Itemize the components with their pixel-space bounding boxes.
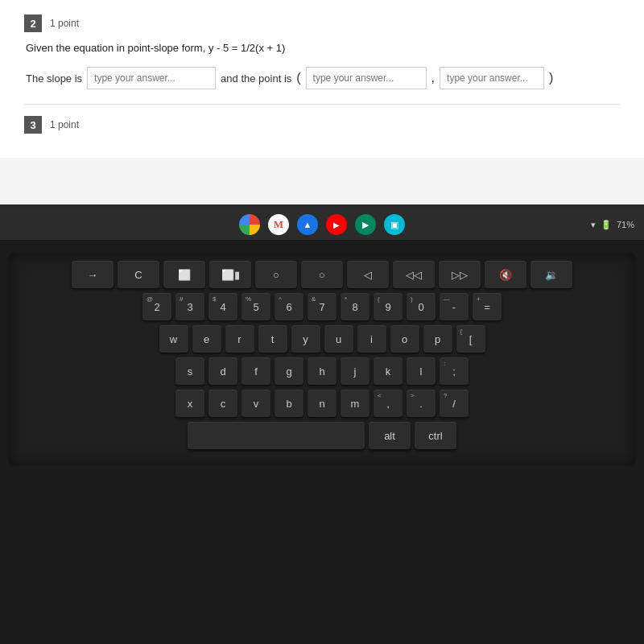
number-row: @2 #3 $4 %5 ^6 &7 *8 (9 )0 —- += <box>18 293 626 320</box>
question-2-header: 2 1 point <box>24 14 620 35</box>
comma: , <box>431 71 435 85</box>
key-e[interactable]: e <box>192 325 221 353</box>
taskbar-status: ▾ 🔋 71% <box>591 220 634 230</box>
key-ctrl[interactable]: ctrl <box>415 422 456 449</box>
key-9[interactable]: (9 <box>374 293 402 320</box>
key-s[interactable]: s <box>175 357 204 385</box>
key-fullscreen[interactable]: ⬜ <box>163 261 205 288</box>
key-comma[interactable]: <, <box>374 390 402 417</box>
gmail-icon[interactable]: M <box>268 214 289 235</box>
asdf-row: s d f g h j k l :; <box>18 357 626 385</box>
chrome-icon[interactable] <box>239 214 260 235</box>
key-y[interactable]: y <box>291 325 320 353</box>
key-3[interactable]: #3 <box>175 293 204 320</box>
and-point-label: and the point is <box>221 72 291 85</box>
answer-row-2: The slope is and the point is ( , ) <box>26 67 620 89</box>
qwerty-row: w e r t y u i o p {[ <box>18 325 626 353</box>
slope-input[interactable] <box>87 67 216 89</box>
key-o[interactable]: o <box>390 325 419 353</box>
question-3-number: 3 <box>24 116 42 134</box>
key-vol-mute[interactable]: ◁ <box>347 261 389 288</box>
slope-label: The slope is <box>26 72 82 85</box>
key-r[interactable]: r <box>225 325 254 353</box>
key-overview[interactable]: ⬜▮ <box>209 261 251 288</box>
key-j[interactable]: j <box>341 357 369 385</box>
key-back[interactable]: → <box>72 261 114 288</box>
quiz-content: 2 1 point Given the equation in point-sl… <box>0 0 644 158</box>
key-7[interactable]: &7 <box>308 293 336 320</box>
question-3-header: 3 1 point <box>24 116 620 137</box>
screen: 2 1 point Given the equation in point-sl… <box>0 0 644 209</box>
key-refresh[interactable]: C <box>118 261 159 288</box>
question-2-text: Given the equation in point-slope form, … <box>26 42 620 54</box>
key-2[interactable]: @2 <box>142 293 171 320</box>
fn-row: → C ⬜ ⬜▮ ○ ○ ◁ ◁◁ ▷▷ 🔇 🔉 <box>18 261 626 288</box>
bottom-row: alt ctrl <box>18 422 626 449</box>
key-alt[interactable]: alt <box>369 422 411 449</box>
key-0[interactable]: )0 <box>407 293 436 320</box>
key-bright-down[interactable]: ○ <box>255 261 297 288</box>
key-5[interactable]: %5 <box>242 293 270 320</box>
taskbar: M ▲ ▶ ▶ ▣ ▾ 🔋 71% <box>0 209 644 240</box>
key-slash[interactable]: ?/ <box>440 390 469 417</box>
key-u[interactable]: u <box>324 325 353 353</box>
key-t[interactable]: t <box>258 325 287 353</box>
key-x[interactable]: x <box>175 390 204 417</box>
wifi-icon: ▾ <box>591 220 596 230</box>
key-l[interactable]: l <box>407 357 436 385</box>
question-3-points: 1 point <box>50 119 79 130</box>
key-n[interactable]: n <box>308 390 336 417</box>
battery-icon: 🔋 <box>601 220 612 230</box>
key-w[interactable]: w <box>159 325 188 353</box>
key-m[interactable]: m <box>341 390 369 417</box>
close-paren: ) <box>549 71 553 85</box>
key-mute[interactable]: 🔇 <box>485 261 526 288</box>
question-2-points: 1 point <box>50 18 79 29</box>
key-d[interactable]: d <box>208 357 237 385</box>
key-semicolon[interactable]: :; <box>440 357 469 385</box>
key-h[interactable]: h <box>308 357 336 385</box>
key-equals[interactable]: += <box>473 293 502 320</box>
key-period[interactable]: >. <box>407 390 436 417</box>
key-p[interactable]: p <box>423 325 452 353</box>
key-k[interactable]: k <box>374 357 402 385</box>
key-4[interactable]: $4 <box>208 293 237 320</box>
key-f[interactable]: f <box>242 357 270 385</box>
open-paren: ( <box>296 71 300 85</box>
key-i[interactable]: i <box>357 325 386 353</box>
key-g[interactable]: g <box>275 357 303 385</box>
question-3: 3 1 point <box>24 104 620 137</box>
key-minus[interactable]: —- <box>440 293 469 320</box>
key-b[interactable]: b <box>275 390 303 417</box>
key-6[interactable]: ^6 <box>275 293 303 320</box>
meet-icon[interactable]: ▣ <box>384 214 405 235</box>
point-x-input[interactable] <box>306 67 427 89</box>
key-c[interactable]: c <box>208 390 237 417</box>
zxcv-row: x c v b n m <, >. ?/ <box>18 390 626 417</box>
question-2-number: 2 <box>24 14 42 32</box>
playstore-icon[interactable]: ▶ <box>355 214 376 235</box>
keyboard-area: → C ⬜ ⬜▮ ○ ○ ◁ ◁◁ ▷▷ 🔇 🔉 @2 #3 $4 %5 ^6 … <box>0 240 644 644</box>
key-bracket-open[interactable]: {[ <box>456 325 485 353</box>
key-v[interactable]: v <box>242 390 270 417</box>
key-vol-up[interactable]: ▷▷ <box>439 261 481 288</box>
keyboard: → C ⬜ ⬜▮ ○ ○ ◁ ◁◁ ▷▷ 🔇 🔉 @2 #3 $4 %5 ^6 … <box>8 253 636 465</box>
key-8[interactable]: *8 <box>341 293 369 320</box>
drive-icon[interactable]: ▲ <box>297 214 318 235</box>
battery-percentage: 71% <box>617 220 634 229</box>
key-space[interactable] <box>188 422 365 449</box>
key-bright-up[interactable]: ○ <box>301 261 343 288</box>
key-vol-icon[interactable]: 🔉 <box>530 261 572 288</box>
youtube-icon[interactable]: ▶ <box>326 214 347 235</box>
key-vol-down[interactable]: ◁◁ <box>393 261 435 288</box>
point-y-input[interactable] <box>440 67 544 89</box>
